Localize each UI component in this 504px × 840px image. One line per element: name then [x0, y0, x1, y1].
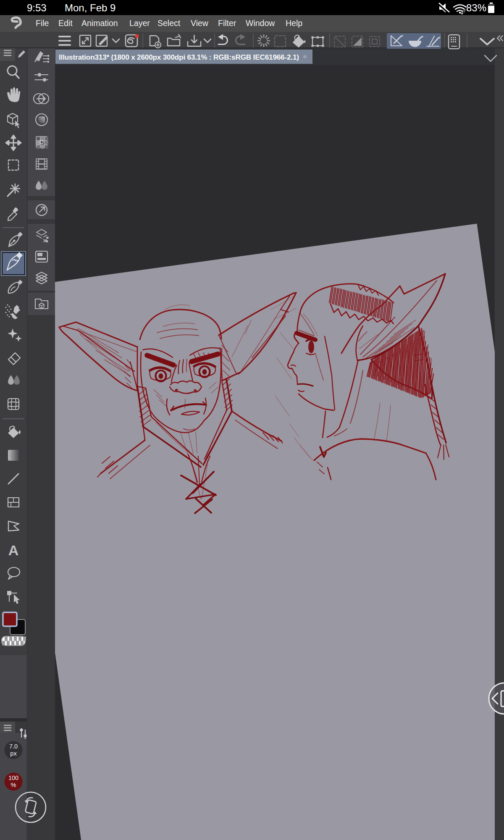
svg-text:px: px — [10, 750, 17, 757]
svg-text:100: 100 — [8, 774, 18, 781]
svg-text:%: % — [11, 782, 16, 788]
svg-text:7.0: 7.0 — [9, 743, 18, 750]
svg-text:A: A — [8, 542, 19, 558]
